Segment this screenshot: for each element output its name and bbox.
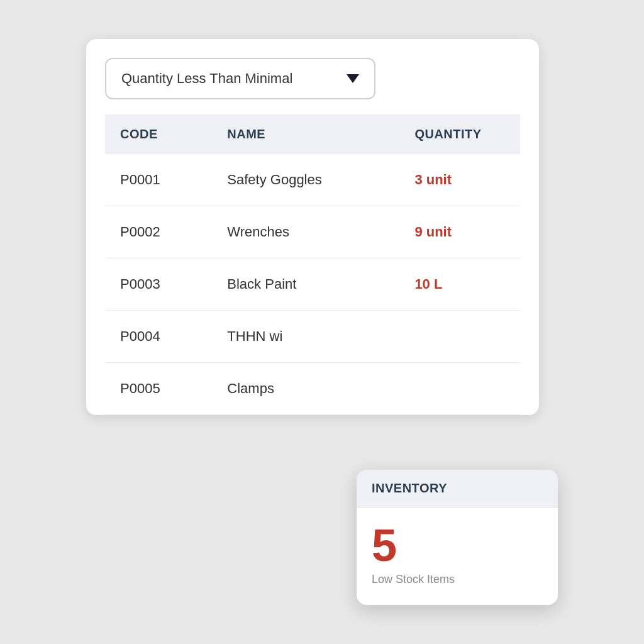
chevron-down-icon — [347, 74, 359, 83]
low-stock-label: Low Stock Items — [372, 573, 543, 586]
inventory-widget-card: INVENTORY 5 Low Stock Items — [357, 470, 558, 605]
table-row: P0002 Wrenches 9 unit — [105, 206, 520, 258]
dropdown-container: Quantity Less Than Minimal — [105, 58, 520, 99]
inventory-card-body: 5 Low Stock Items — [357, 508, 558, 605]
table-row: P0005 Clamps — [105, 363, 520, 415]
inventory-card-title: INVENTORY — [372, 481, 447, 495]
low-stock-count: 5 — [372, 523, 543, 568]
cell-code: P0003 — [105, 258, 212, 311]
column-header-code: CODE — [105, 114, 212, 154]
cell-name: Wrenches — [212, 206, 399, 258]
cell-name: Safety Goggles — [212, 154, 399, 206]
cell-quantity: 10 L — [399, 258, 520, 311]
column-header-name: NAME — [212, 114, 399, 154]
cell-quantity — [399, 363, 520, 415]
cell-name: Black Paint — [212, 258, 399, 311]
cell-code: P0005 — [105, 363, 212, 415]
cell-code: P0004 — [105, 311, 212, 363]
cell-name: Clamps — [212, 363, 399, 415]
table-row: P0004 THHN wi — [105, 311, 520, 363]
inventory-table: CODE NAME QUANTITY P0001 Safety Goggles … — [105, 114, 520, 415]
cell-code: P0001 — [105, 154, 212, 206]
cell-code: P0002 — [105, 206, 212, 258]
main-table-card: Quantity Less Than Minimal CODE NAME QUA… — [86, 39, 539, 415]
filter-dropdown[interactable]: Quantity Less Than Minimal — [105, 58, 375, 99]
inventory-card-header: INVENTORY — [357, 470, 558, 508]
table-header: CODE NAME QUANTITY — [105, 114, 520, 154]
table-row: P0003 Black Paint 10 L — [105, 258, 520, 311]
table-body: P0001 Safety Goggles 3 unit P0002 Wrench… — [105, 154, 520, 415]
column-header-quantity: QUANTITY — [399, 114, 520, 154]
table-row: P0001 Safety Goggles 3 unit — [105, 154, 520, 206]
cell-name: THHN wi — [212, 311, 399, 363]
cell-quantity: 3 unit — [399, 154, 520, 206]
cell-quantity — [399, 311, 520, 363]
dropdown-label: Quantity Less Than Minimal — [121, 70, 292, 87]
cell-quantity: 9 unit — [399, 206, 520, 258]
